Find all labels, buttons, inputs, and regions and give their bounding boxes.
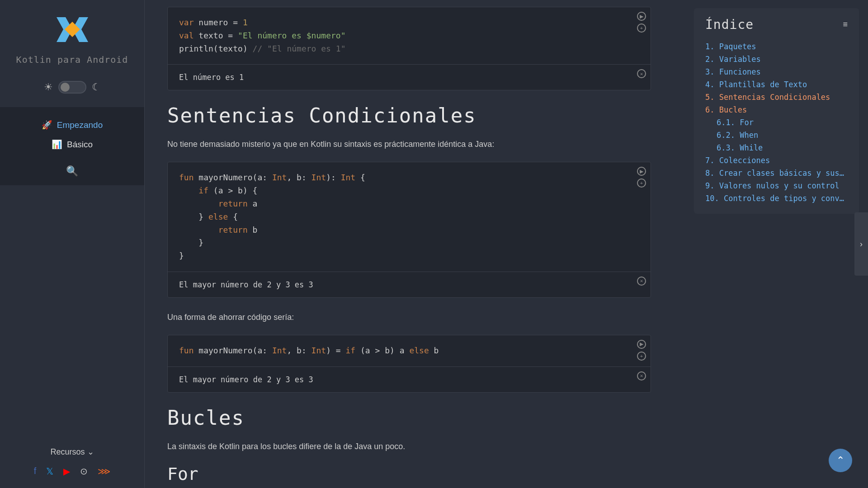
- play-icon[interactable]: ▶: [637, 340, 646, 349]
- code-block-1: ▶ + var numero = 1 val texto = "El númer…: [167, 7, 651, 90]
- expand-icon[interactable]: +: [637, 178, 646, 188]
- scroll-top-button[interactable]: ⌃: [829, 449, 852, 472]
- close-icon[interactable]: ✕: [637, 69, 646, 78]
- code-output: El mayor número de 2 y 3 es 3✕: [168, 366, 651, 392]
- facebook-icon[interactable]: f: [34, 466, 37, 477]
- close-icon[interactable]: ✕: [637, 277, 646, 286]
- recursos-dropdown[interactable]: Recursos ⌄: [0, 447, 144, 457]
- toc-item-active[interactable]: 6. Bucles: [705, 103, 848, 116]
- chevron-down-icon: ⌄: [87, 447, 94, 456]
- sun-icon: ☀: [44, 81, 53, 93]
- rocket-icon: 🚀: [42, 120, 52, 130]
- youtube-icon[interactable]: ▶: [63, 466, 70, 477]
- toc-item[interactable]: 10. Controles de tipos y conversiones: [705, 192, 848, 205]
- toc-item[interactable]: 7. Colecciones: [705, 154, 848, 167]
- toc-subitem[interactable]: 6.3. While: [705, 141, 848, 154]
- github-icon[interactable]: ⊙: [80, 466, 88, 477]
- toc-item[interactable]: 8. Crear clases básicas y sus instancias: [705, 167, 848, 179]
- nav-section: 🚀Empezando 📊Básico 🔍: [0, 107, 144, 185]
- expand-tab[interactable]: ›: [854, 212, 868, 276]
- toc-subitem[interactable]: 6.2. When: [705, 129, 848, 141]
- sidebar: Kotlin para Android ☀ ☾ 🚀Empezando 📊Bási…: [0, 0, 145, 488]
- close-icon[interactable]: ✕: [637, 371, 646, 380]
- toc-item[interactable]: 3. Funciones: [705, 66, 848, 78]
- toc-header: Índice ≡: [705, 17, 848, 32]
- rss-icon[interactable]: ⋙: [98, 466, 110, 477]
- expand-icon[interactable]: +: [637, 23, 646, 33]
- table-of-contents: Índice ≡ 1. Paquetes 2. Variables 3. Fun…: [694, 8, 859, 214]
- toc-item[interactable]: 1. Paquetes: [705, 40, 848, 53]
- code-content: fun mayorNumero(a: Int, b: Int) = if (a …: [168, 335, 651, 366]
- code-content: var numero = 1 val texto = "El número es…: [168, 7, 651, 64]
- toc-title: Índice: [705, 17, 754, 32]
- search-icon[interactable]: 🔍: [0, 165, 144, 177]
- play-icon[interactable]: ▶: [637, 12, 646, 21]
- moon-icon: ☾: [92, 81, 101, 93]
- theme-toggle[interactable]: ☀ ☾: [44, 81, 101, 94]
- play-icon[interactable]: ▶: [637, 167, 646, 176]
- nav-label: Empezando: [57, 120, 103, 130]
- paragraph: No tiene demasiado misterio ya que en Ko…: [167, 138, 651, 150]
- code-block-3: ▶ + fun mayorNumero(a: Int, b: Int) = if…: [167, 335, 651, 393]
- toc-collapse-icon[interactable]: ≡: [843, 20, 848, 29]
- paragraph: Una forma de ahorrar código sería:: [167, 311, 651, 324]
- expand-icon[interactable]: +: [637, 352, 646, 361]
- nav-empezando[interactable]: 🚀Empezando: [0, 115, 144, 135]
- code-output: El mayor número de 2 y 3 es 3✕: [168, 272, 651, 297]
- toc-subitem[interactable]: 6.1. For: [705, 116, 848, 129]
- toc-item[interactable]: 4. Plantillas de Texto: [705, 78, 848, 91]
- nav-basico[interactable]: 📊Básico: [0, 135, 144, 154]
- paragraph: La sintaxis de Kotlin para los bucles di…: [167, 441, 651, 453]
- social-icons: f 𝕏 ▶ ⊙ ⋙: [0, 466, 144, 477]
- kotlin-logo: [47, 11, 97, 47]
- code-output: El número es 1✕: [168, 64, 651, 90]
- toc-item[interactable]: 9. Valores nulos y su control: [705, 179, 848, 192]
- heading-for: For: [167, 464, 651, 484]
- site-title: Kotlin para Android: [16, 54, 128, 65]
- recursos-label: Recursos: [50, 447, 85, 456]
- toc-item[interactable]: 2. Variables: [705, 53, 848, 66]
- code-actions: ▶ +: [637, 167, 646, 188]
- twitter-icon[interactable]: 𝕏: [46, 466, 53, 477]
- toc-list: 1. Paquetes 2. Variables 3. Funciones 4.…: [705, 40, 848, 205]
- sidebar-footer: Recursos ⌄ f 𝕏 ▶ ⊙ ⋙: [0, 447, 144, 477]
- gauge-icon: 📊: [52, 139, 62, 150]
- heading-sentencias: Sentencias Condicionales: [167, 104, 651, 127]
- code-actions: ▶ +: [637, 12, 646, 33]
- code-content: fun mayorNumero(a: Int, b: Int): Int { i…: [168, 162, 651, 272]
- nav-label: Básico: [67, 140, 93, 150]
- code-actions: ▶ +: [637, 340, 646, 361]
- toc-item-active[interactable]: 5. Sentencias Condicionales: [705, 91, 848, 103]
- heading-bucles: Bucles: [167, 406, 651, 429]
- main-content: ▶ + var numero = 1 val texto = "El númer…: [145, 0, 678, 488]
- code-block-2: ▶ + fun mayorNumero(a: Int, b: Int): Int…: [167, 162, 651, 298]
- theme-switch[interactable]: [58, 81, 86, 94]
